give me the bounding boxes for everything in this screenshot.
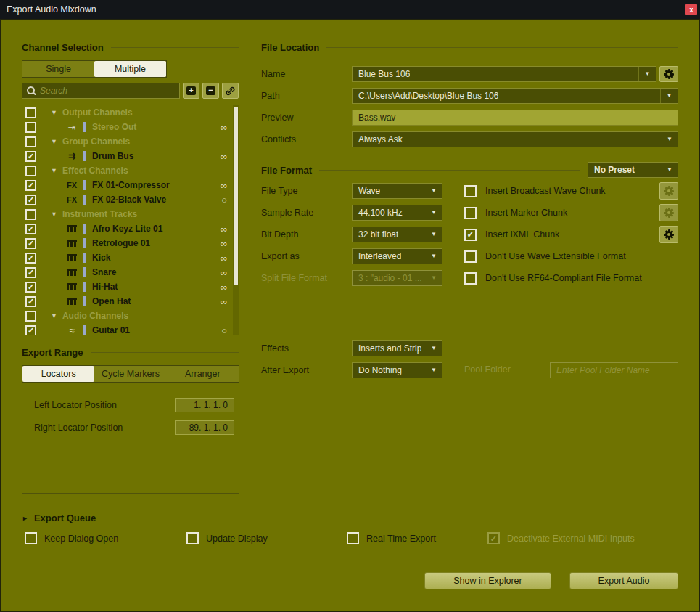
preset-dropdown[interactable]: No Preset ▼: [588, 162, 678, 178]
dropdown-value: Wave: [358, 186, 380, 196]
option-checkbox[interactable]: [464, 250, 477, 263]
scrollbar-thumb[interactable]: [234, 107, 238, 285]
close-button[interactable]: x: [685, 4, 697, 15]
link-selection-button[interactable]: [222, 83, 239, 99]
conflicts-dropdown[interactable]: Always Ask ▼: [352, 131, 678, 147]
search-input[interactable]: [40, 86, 175, 96]
channel-row[interactable]: ✓⇉Drum Bus∞: [22, 149, 239, 163]
path-combo[interactable]: C:\Users\Add\Desktop\Blue Bus 106 ▼: [352, 88, 678, 104]
channel-selection-section: Channel Selection SingleMultiple + −: [22, 42, 239, 335]
tab-single[interactable]: Single: [22, 61, 94, 77]
option-checkbox[interactable]: ✓: [464, 229, 477, 241]
channel-row[interactable]: ▼Group Channels: [22, 134, 239, 149]
option-checkbox[interactable]: [464, 185, 477, 197]
channel-row[interactable]: ✓Open Hat∞: [22, 294, 239, 309]
channel-checkbox[interactable]: ✓: [25, 238, 36, 249]
name-label: Name: [261, 69, 352, 79]
show-in-explorer-button[interactable]: Show in Explorer: [424, 572, 551, 589]
dropdown-value: Interleaved: [358, 251, 401, 261]
queue-option: Real Time Export: [347, 532, 436, 544]
channel-row[interactable]: ▼Instrument Tracks: [22, 207, 239, 221]
name-options-gear-button[interactable]: [659, 66, 678, 82]
channel-row[interactable]: ✓Afro Keyz Lite 01∞: [22, 221, 239, 236]
tab-locators[interactable]: Locators: [22, 366, 94, 382]
collapse-arrow-icon[interactable]: ▼: [51, 167, 57, 174]
name-dropdown-toggle[interactable]: ▼: [638, 67, 656, 81]
gear-button[interactable]: [659, 226, 678, 243]
queue-checkbox[interactable]: [347, 532, 359, 544]
channel-checkbox[interactable]: ✓: [25, 180, 36, 191]
channel-checkbox[interactable]: [25, 136, 36, 147]
channel-checkbox[interactable]: [25, 311, 36, 322]
channel-checkbox[interactable]: [25, 166, 36, 176]
locator-value[interactable]: 89. 1. 1. 0: [175, 420, 234, 435]
channel-row[interactable]: ▼Effect Channels: [22, 163, 239, 178]
channel-checkbox[interactable]: ✓: [25, 325, 36, 336]
channel-row[interactable]: ⇥Stereo Out∞: [22, 120, 239, 134]
collapse-arrow-icon[interactable]: ▼: [51, 138, 57, 145]
channel-checkbox[interactable]: ✓: [25, 195, 36, 205]
channel-row[interactable]: ✓FXFX 02-Black Valve○: [22, 192, 239, 207]
select-plus-button[interactable]: +: [183, 83, 199, 99]
pool-folder-input[interactable]: [550, 362, 678, 378]
channel-checkbox[interactable]: ✓: [25, 296, 36, 307]
track-label: Snare: [92, 267, 116, 277]
tab-multiple[interactable]: Multiple: [94, 61, 166, 77]
select-minus-button[interactable]: −: [202, 83, 219, 99]
tab-cycle-markers[interactable]: Cycle Markers: [94, 366, 166, 382]
channel-checkbox[interactable]: ✓: [25, 282, 36, 293]
file-format-option-row: Insert Broadcast Wave Chunk: [464, 183, 678, 199]
name-combo[interactable]: Blue Bus 106 ▼: [352, 66, 656, 82]
chevron-down-icon: ▼: [431, 275, 442, 281]
collapse-arrow-icon[interactable]: ▼: [51, 312, 57, 319]
preview-field: Bass.wav: [352, 110, 678, 126]
channel-row[interactable]: ✓Retrologue 01∞: [22, 236, 239, 250]
piano-keys-icon: [67, 269, 77, 276]
locator-value[interactable]: 1. 1. 1. 0: [175, 398, 234, 412]
gear-icon: [664, 229, 674, 240]
channel-row[interactable]: ✓Kick∞: [22, 250, 239, 265]
channel-checkbox[interactable]: [25, 209, 36, 220]
channel-checkbox[interactable]: ✓: [25, 151, 36, 162]
channel-checkbox[interactable]: ✓: [25, 224, 36, 234]
export-range-title: Export Range: [22, 347, 83, 358]
collapse-arrow-icon[interactable]: ▼: [51, 211, 57, 218]
channel-row[interactable]: ✓FXFX 01-Compressor∞: [22, 178, 239, 192]
collapse-arrow-icon[interactable]: ▼: [51, 109, 57, 116]
queue-option: ✓Deactivate External MIDI Inputs: [487, 532, 635, 544]
channel-checkbox[interactable]: [25, 122, 36, 133]
field-dropdown[interactable]: 44.100 kHz▼: [352, 205, 442, 221]
path-dropdown-toggle[interactable]: ▼: [660, 89, 678, 103]
channel-row[interactable]: ✓≈Guitar 01○: [22, 323, 239, 335]
file-format-field-row: Export asInterleaved▼: [261, 248, 464, 264]
queue-checkbox[interactable]: [186, 532, 199, 544]
stereo-icon: ∞: [221, 152, 227, 161]
field-dropdown[interactable]: Interleaved▼: [352, 248, 442, 264]
track-label: Kick: [92, 253, 110, 263]
queue-checkbox[interactable]: [25, 532, 37, 544]
chevron-down-icon: ▼: [431, 210, 442, 216]
channel-row[interactable]: ✓Snare∞: [22, 265, 239, 280]
queue-option-label: Update Display: [206, 534, 268, 544]
channel-row[interactable]: ✓Hi-Hat∞: [22, 280, 239, 294]
channel-list-scrollbar[interactable]: [233, 105, 239, 335]
effects-dropdown[interactable]: Inserts and Strip ▼: [352, 340, 442, 356]
path-value: C:\Users\Add\Desktop\Blue Bus 106: [358, 91, 498, 101]
expand-arrow-icon[interactable]: ►: [22, 515, 28, 522]
option-checkbox[interactable]: [464, 207, 477, 219]
field-dropdown[interactable]: 32 bit float▼: [352, 227, 442, 242]
channel-checkbox[interactable]: ✓: [25, 267, 36, 278]
field-dropdown[interactable]: Wave▼: [352, 183, 442, 199]
channel-row[interactable]: ▼Audio Channels: [22, 309, 239, 323]
export-audio-button[interactable]: Export Audio: [569, 572, 678, 589]
gear-button: [659, 204, 678, 221]
channel-checkbox[interactable]: ✓: [25, 253, 36, 264]
track-color-bar: [83, 325, 86, 335]
search-input-box[interactable]: [22, 83, 180, 99]
channel-checkbox[interactable]: [25, 107, 36, 118]
tab-arranger[interactable]: Arranger: [167, 366, 239, 382]
file-format-section: File Format No Preset ▼ File TypeWave▼Sa…: [261, 161, 678, 325]
option-checkbox[interactable]: [464, 272, 477, 285]
after-export-dropdown[interactable]: Do Nothing ▼: [352, 362, 442, 378]
channel-row[interactable]: ▼Output Channels: [22, 105, 239, 120]
